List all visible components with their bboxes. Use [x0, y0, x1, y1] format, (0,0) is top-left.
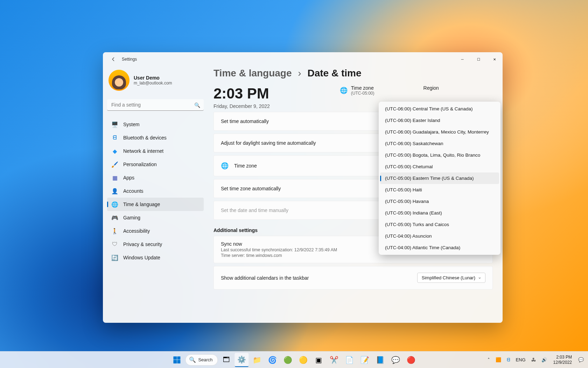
nav-list: 🖥️SystemᗺBluetooth & devices◆Network & i…	[107, 118, 204, 264]
timezone-option[interactable]: (UTC-05:00) Eastern Time (US & Canada)	[380, 172, 499, 184]
profile[interactable]: User Demo m_lab@outlook.com	[107, 68, 204, 92]
windows-icon	[173, 356, 180, 363]
timezone-option[interactable]: (UTC-05:00) Chetumal	[380, 161, 499, 172]
card-label: Set time zone automatically	[221, 186, 281, 191]
sync-server: Time server: time.windows.com	[221, 253, 282, 258]
breadcrumb-parent[interactable]: Time & language	[214, 68, 292, 79]
tray-language[interactable]: ENG	[514, 356, 527, 363]
nav-label: Apps	[123, 175, 134, 180]
nav-icon: ᗺ	[111, 134, 118, 141]
taskbar-teams-icon[interactable]: 💬	[389, 353, 403, 367]
taskbar-chrome-icon[interactable]: 🔴	[404, 353, 418, 367]
taskbar-word-icon[interactable]: 📘	[373, 353, 387, 367]
card-label: Set the date and time manually	[221, 207, 288, 213]
globe-icon: 🌐	[340, 87, 348, 94]
search-icon: 🔍	[194, 102, 200, 108]
nav-icon: ▦	[111, 174, 118, 181]
nav-icon: 🛡	[111, 241, 118, 248]
avatar	[108, 70, 130, 91]
search-input[interactable]	[107, 99, 204, 111]
tray-notifications-icon[interactable]: 💬	[577, 356, 585, 363]
timezone-option[interactable]: (UTC-04:00) Atlantic Time (Canada)	[380, 242, 499, 253]
timezone-info: 🌐 Time zone (UTC-05:00)	[340, 85, 374, 96]
nav-label: Personalization	[123, 162, 157, 167]
tray-volume-icon[interactable]: 🔊	[540, 356, 548, 363]
nav-icon: ◆	[111, 148, 118, 155]
timezone-option[interactable]: (UTC-04:00) Asuncion	[380, 230, 499, 242]
sync-title: Sync now	[221, 241, 242, 247]
nav-item-apps[interactable]: ▦Apps	[107, 171, 204, 184]
nav-item-gaming[interactable]: 🎮Gaming	[107, 211, 204, 224]
sync-last: Last successful time synchronization: 12…	[221, 247, 337, 252]
tray-chevron-icon[interactable]: ˄	[486, 356, 491, 363]
nav-item-privacy-security[interactable]: 🛡Privacy & security	[107, 238, 204, 251]
taskbar-edge-beta-icon[interactable]: 🟢	[281, 353, 295, 367]
search-box: 🔍	[107, 99, 204, 111]
nav-label: Network & internet	[123, 148, 163, 154]
nav-icon: 🔄	[111, 254, 118, 261]
nav-icon: 🌐	[111, 201, 118, 208]
nav-item-time-language[interactable]: 🌐Time & language	[107, 198, 204, 211]
tray-shield-icon[interactable]: 🟧	[494, 356, 503, 363]
taskbar-search[interactable]: 🔍Search	[185, 354, 218, 366]
nav-icon: 🖌️	[111, 161, 118, 168]
nav-item-bluetooth-devices[interactable]: ᗺBluetooth & devices	[107, 131, 204, 144]
back-button[interactable]	[107, 53, 120, 66]
breadcrumb-current: Date & time	[307, 68, 361, 79]
window-controls: ─ ☐ ✕	[454, 52, 503, 66]
timezone-option[interactable]: (UTC-06:00) Guadalajara, Mexico City, Mo…	[380, 126, 499, 138]
nav-item-network-internet[interactable]: ◆Network & internet	[107, 144, 204, 158]
taskbar-settings-icon[interactable]: ⚙️	[235, 353, 249, 367]
taskbar: 🔍Search 🗔 ⚙️ 📁 🌀 🟢 🟡 ▣ ✂️ 📄 📝 📘 💬 🔴 ˄ 🟧 …	[0, 351, 588, 368]
nav-label: Time & language	[123, 202, 160, 207]
tray-date: 12/9/2022	[553, 360, 572, 365]
timezone-option[interactable]: (UTC-06:00) Central Time (US & Canada)	[380, 103, 499, 115]
start-button[interactable]	[170, 353, 184, 367]
profile-email: m_lab@outlook.com	[134, 81, 172, 86]
taskbar-edge-icon[interactable]: 🌀	[266, 353, 280, 367]
maximize-button[interactable]: ☐	[470, 52, 486, 66]
nav-item-accounts[interactable]: 👤Accounts	[107, 184, 204, 198]
timezone-option[interactable]: (UTC-05:00) Indiana (East)	[380, 207, 499, 219]
nav-label: Bluetooth & devices	[123, 135, 167, 141]
tray-bluetooth-icon[interactable]: ᗺ	[505, 356, 511, 363]
taskbar-snip-icon[interactable]: ✂️	[327, 353, 341, 367]
nav-label: Gaming	[123, 215, 140, 220]
timezone-option[interactable]: (UTC-05:00) Haiti	[380, 184, 499, 196]
nav-item-personalization[interactable]: 🖌️Personalization	[107, 158, 204, 171]
chevron-right-icon: ›	[298, 68, 301, 79]
timezone-option[interactable]: (UTC-05:00) Bogota, Lima, Quito, Rio Bra…	[380, 149, 499, 161]
taskbar-edge-canary-icon[interactable]: 🟡	[296, 353, 310, 367]
tray-clock[interactable]: 2:03 PM 12/9/2022	[553, 355, 572, 365]
nav-label: Windows Update	[123, 255, 160, 260]
timezone-option[interactable]: (UTC-06:00) Easter Island	[380, 115, 499, 126]
window-title: Settings	[122, 57, 137, 62]
nav-icon: 🚶	[111, 227, 118, 234]
minimize-button[interactable]: ─	[454, 52, 470, 66]
profile-name: User Demo	[134, 75, 172, 81]
nav-item-accessibility[interactable]: 🚶Accessibility	[107, 224, 204, 238]
nav-label: System	[123, 122, 140, 127]
timezone-option[interactable]: (UTC-05:00) Turks and Caicos	[380, 219, 499, 230]
timezone-dropdown: (UTC-06:00) Central Time (US & Canada)(U…	[379, 102, 500, 255]
close-button[interactable]: ✕	[486, 52, 503, 66]
task-view-button[interactable]: 🗔	[219, 353, 233, 367]
nav-item-windows-update[interactable]: 🔄Windows Update	[107, 251, 204, 264]
timezone-option[interactable]: (UTC-06:00) Saskatchewan	[380, 138, 499, 149]
timezone-option[interactable]: (UTC-05:00) Havana	[380, 196, 499, 207]
current-time: 2:03 PM	[214, 85, 270, 102]
taskbar-wordpad-icon[interactable]: 📝	[358, 353, 372, 367]
nav-item-system[interactable]: 🖥️System	[107, 118, 204, 131]
search-icon: 🔍	[189, 356, 196, 363]
taskbar-terminal-icon[interactable]: ▣	[312, 353, 326, 367]
taskbar-explorer-icon[interactable]: 📁	[250, 353, 264, 367]
taskbar-center: 🔍Search 🗔 ⚙️ 📁 🌀 🟢 🟡 ▣ ✂️ 📄 📝 📘 💬 🔴	[170, 353, 418, 367]
card-label: Set time automatically	[221, 118, 269, 124]
sidebar: User Demo m_lab@outlook.com 🔍 🖥️SystemᗺB…	[103, 66, 208, 323]
tray-network-icon[interactable]: 🖧	[530, 356, 537, 363]
nav-icon: 👤	[111, 188, 118, 195]
timezone-offset: (UTC-05:00)	[351, 91, 374, 96]
card-label: Adjust for daylight saving time automati…	[221, 140, 316, 146]
calendar-select[interactable]: Simplified Chinese (Lunar)	[417, 273, 485, 283]
taskbar-notepad-icon[interactable]: 📄	[343, 353, 357, 367]
